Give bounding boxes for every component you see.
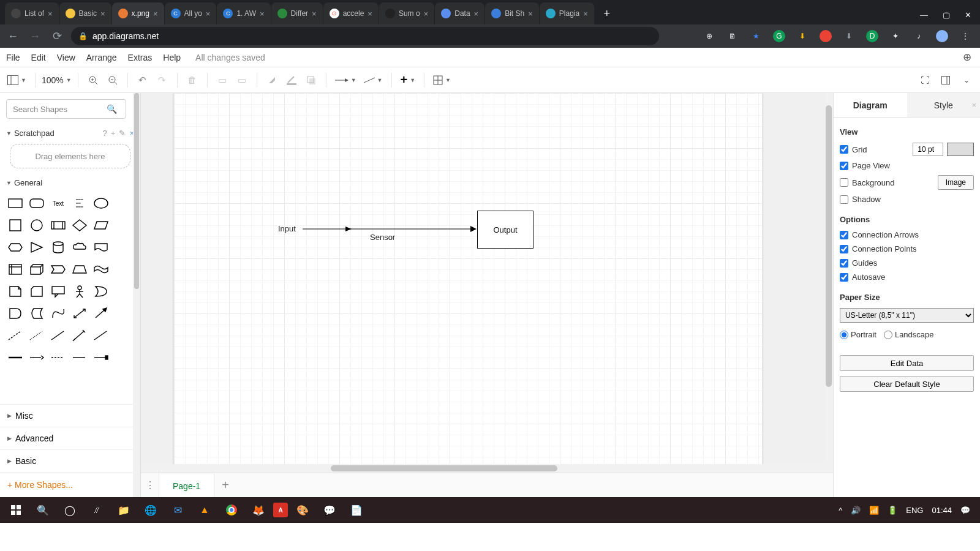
taskbar-app[interactable]: ⫽ bbox=[85, 498, 109, 522]
shape-link-dashed[interactable] bbox=[49, 349, 67, 366]
close-icon[interactable]: × bbox=[474, 9, 479, 18]
background-image-button[interactable]: Image bbox=[938, 175, 974, 190]
zoom-dropdown[interactable]: 100%▼ bbox=[42, 75, 72, 85]
shape-and[interactable] bbox=[6, 305, 24, 322]
clock[interactable]: 01:44 bbox=[932, 506, 952, 515]
category-misc[interactable]: ▶Misc bbox=[0, 404, 140, 427]
edit-data-button[interactable]: Edit Data bbox=[840, 355, 974, 371]
background-checkbox[interactable] bbox=[840, 178, 848, 187]
shape-triangle[interactable] bbox=[28, 239, 45, 256]
page-tab[interactable]: Page-1 bbox=[159, 473, 214, 497]
shape-or[interactable] bbox=[92, 283, 110, 300]
acrobat-icon[interactable]: A bbox=[273, 503, 288, 517]
menu-extras[interactable]: Extras bbox=[128, 53, 153, 62]
menu-arrange[interactable]: Arrange bbox=[86, 53, 117, 62]
shape-line-bidir[interactable] bbox=[70, 327, 88, 344]
search-icon[interactable]: 🔍 bbox=[107, 104, 117, 114]
menu-edit[interactable]: Edit bbox=[31, 53, 46, 62]
zoom-in-button[interactable] bbox=[85, 72, 102, 89]
general-header[interactable]: ▼General bbox=[0, 174, 140, 191]
close-icon[interactable]: × bbox=[48, 9, 53, 18]
category-basic[interactable]: ▶Basic bbox=[0, 449, 140, 472]
close-icon[interactable]: × bbox=[368, 9, 372, 18]
shape-data-storage[interactable] bbox=[28, 305, 45, 322]
ext-icon[interactable] bbox=[820, 30, 832, 42]
taskbar-app[interactable]: ▲ bbox=[192, 498, 217, 522]
profile-avatar[interactable] bbox=[936, 30, 948, 42]
delete-button[interactable]: 🗑 bbox=[184, 72, 201, 89]
shape-cloud[interactable] bbox=[70, 239, 88, 256]
portrait-radio[interactable] bbox=[840, 331, 848, 339]
waypoint-dropdown[interactable]: ▼ bbox=[361, 72, 385, 89]
edit-icon[interactable]: ✎ bbox=[119, 129, 126, 138]
shape-heading[interactable]: ━━━━━━━━ bbox=[70, 195, 88, 212]
shape-trapezoid[interactable] bbox=[70, 261, 88, 278]
ext-icon[interactable]: ⬇ bbox=[796, 30, 809, 42]
redo-button[interactable]: ↷ bbox=[154, 72, 171, 89]
connection-dropdown[interactable]: ▼ bbox=[333, 72, 359, 89]
to-back-button[interactable]: ▭ bbox=[233, 72, 251, 89]
scratchpad-dropzone[interactable]: Drag elements here bbox=[10, 144, 130, 168]
shape-dotted-line[interactable] bbox=[28, 327, 45, 344]
shape-hexagon[interactable] bbox=[6, 239, 24, 256]
add-icon[interactable]: + bbox=[111, 129, 116, 138]
menu-file[interactable]: File bbox=[6, 53, 20, 62]
extensions-puzzle-icon[interactable]: ✦ bbox=[889, 30, 902, 42]
forward-button[interactable]: → bbox=[27, 28, 43, 44]
close-icon[interactable]: × bbox=[206, 9, 211, 18]
shape-blank[interactable] bbox=[114, 327, 132, 344]
language-indicator[interactable]: ENG bbox=[906, 506, 923, 515]
browser-tab[interactable]: Differ× bbox=[271, 2, 323, 24]
shape-step[interactable] bbox=[49, 261, 67, 278]
menu-view[interactable]: View bbox=[57, 53, 75, 62]
pageview-checkbox[interactable] bbox=[840, 162, 848, 170]
shape-line[interactable] bbox=[49, 327, 67, 344]
close-icon[interactable]: × bbox=[424, 9, 429, 18]
shape-internal-storage[interactable] bbox=[6, 261, 24, 278]
conn-arrows-checkbox[interactable] bbox=[840, 231, 848, 239]
browser-tab-active[interactable]: x.png× bbox=[112, 2, 164, 24]
shape-document[interactable] bbox=[92, 239, 110, 256]
close-icon[interactable]: × bbox=[528, 9, 533, 18]
close-icon[interactable]: × bbox=[153, 9, 158, 18]
shape-cylinder[interactable] bbox=[49, 239, 67, 256]
taskbar-app[interactable]: 🎨 bbox=[290, 498, 315, 522]
shape-link[interactable] bbox=[6, 349, 24, 366]
shape-blank[interactable] bbox=[114, 217, 132, 234]
shape-square[interactable] bbox=[6, 217, 24, 234]
input-label[interactable]: Input bbox=[278, 224, 296, 233]
shape-diamond[interactable] bbox=[70, 217, 88, 234]
tab-diagram[interactable]: Diagram bbox=[834, 93, 907, 117]
shape-blank[interactable] bbox=[114, 349, 132, 366]
browser-tab[interactable]: List of× bbox=[5, 2, 59, 24]
grid-color-swatch[interactable] bbox=[947, 143, 974, 156]
close-window-icon[interactable]: ✕ bbox=[965, 10, 971, 20]
mail-icon[interactable]: ✉ bbox=[165, 498, 190, 522]
help-icon[interactable]: ? bbox=[103, 129, 107, 138]
shape-link-arrow[interactable] bbox=[28, 349, 45, 366]
browser-tab[interactable]: Sum o× bbox=[379, 2, 434, 24]
close-icon[interactable]: × bbox=[583, 9, 588, 18]
shadow-checkbox[interactable] bbox=[840, 195, 848, 204]
cortana-icon[interactable]: ◯ bbox=[58, 498, 82, 522]
close-icon[interactable]: × bbox=[100, 9, 105, 18]
search-icon[interactable]: 🔍 bbox=[31, 498, 55, 522]
bookmark-star-icon[interactable]: ★ bbox=[750, 30, 762, 42]
shape-curve[interactable] bbox=[49, 305, 67, 322]
browser-tab[interactable]: Bit Sh× bbox=[485, 2, 539, 24]
undo-button[interactable]: ↶ bbox=[134, 72, 151, 89]
canvas-hscrollbar[interactable] bbox=[141, 464, 833, 473]
ext-icon[interactable]: G bbox=[773, 30, 785, 42]
ext-icon[interactable]: ♪ bbox=[913, 30, 925, 42]
close-icon[interactable]: × bbox=[971, 100, 976, 110]
edge-icon[interactable]: 🌐 bbox=[138, 498, 163, 522]
close-icon[interactable]: × bbox=[260, 9, 265, 18]
shape-ellipse[interactable] bbox=[92, 195, 110, 212]
shape-text[interactable]: Text bbox=[49, 195, 67, 212]
reload-button[interactable]: ⟳ bbox=[49, 28, 65, 44]
output-node[interactable]: Output bbox=[477, 211, 533, 249]
back-button[interactable]: ← bbox=[5, 28, 21, 44]
fullscreen-button[interactable]: ⛶ bbox=[916, 72, 933, 89]
globe-icon[interactable]: ⊕ bbox=[960, 51, 974, 64]
new-tab-button[interactable]: + bbox=[598, 5, 616, 22]
